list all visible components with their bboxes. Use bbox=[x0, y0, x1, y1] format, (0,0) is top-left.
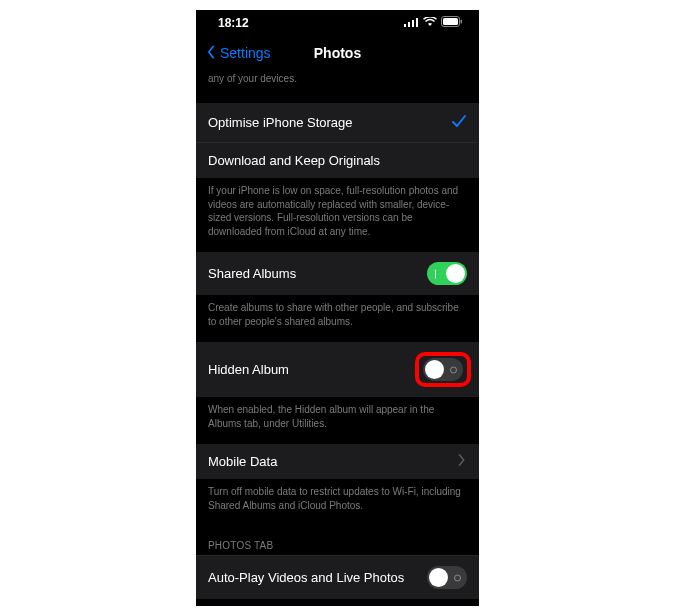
mobile-data-group: Mobile Data Turn off mobile data to rest… bbox=[196, 444, 479, 516]
svg-rect-2 bbox=[412, 20, 414, 27]
hidden-album-row[interactable]: Hidden Album bbox=[196, 342, 479, 397]
settings-content[interactable]: any of your devices. Optimise iPhone Sto… bbox=[196, 70, 479, 606]
shared-albums-toggle[interactable] bbox=[427, 262, 467, 285]
section-footer: If your iPhone is low on space, full-res… bbox=[196, 178, 479, 242]
section-footer: Create albums to share with other people… bbox=[196, 295, 479, 332]
svg-rect-0 bbox=[404, 24, 406, 27]
row-label: Auto-Play Videos and Live Photos bbox=[208, 570, 427, 585]
screen: 18:12 Settings Photos any of your device… bbox=[196, 10, 479, 606]
hidden-album-toggle[interactable] bbox=[423, 358, 463, 381]
storage-group: Optimise iPhone Storage Download and Kee… bbox=[196, 103, 479, 242]
autoplay-row[interactable]: Auto-Play Videos and Live Photos bbox=[196, 555, 479, 599]
truncated-section-footer: any of your devices. bbox=[196, 70, 479, 93]
optimise-storage-row[interactable]: Optimise iPhone Storage bbox=[196, 103, 479, 142]
svg-rect-1 bbox=[408, 22, 410, 27]
svg-rect-3 bbox=[416, 18, 418, 27]
status-bar: 18:12 bbox=[196, 10, 479, 36]
shared-albums-row[interactable]: Shared Albums bbox=[196, 252, 479, 295]
section-footer: When enabled, the Hidden album will appe… bbox=[196, 397, 479, 434]
nav-bar: Settings Photos bbox=[196, 36, 479, 70]
row-label: Download and Keep Originals bbox=[208, 153, 467, 168]
download-originals-row[interactable]: Download and Keep Originals bbox=[196, 142, 479, 178]
shared-albums-group: Shared Albums Create albums to share wit… bbox=[196, 252, 479, 332]
section-footer: Turn off mobile data to restrict updates… bbox=[196, 479, 479, 516]
photos-tab-group: PHOTOS TAB Auto-Play Videos and Live Pho… bbox=[196, 526, 479, 599]
hidden-album-group: Hidden Album When enabled, the Hidden al… bbox=[196, 342, 479, 434]
row-label: Mobile Data bbox=[208, 454, 457, 469]
svg-rect-6 bbox=[461, 20, 463, 24]
annotation-highlight bbox=[415, 352, 471, 387]
chevron-left-icon bbox=[204, 45, 218, 62]
row-label: Optimise iPhone Storage bbox=[208, 115, 451, 130]
back-button[interactable]: Settings bbox=[204, 45, 271, 62]
status-indicators bbox=[404, 16, 463, 30]
autoplay-toggle[interactable] bbox=[427, 566, 467, 589]
checkmark-icon bbox=[451, 113, 467, 132]
section-header: PHOTOS TAB bbox=[196, 526, 479, 555]
chevron-right-icon bbox=[457, 454, 467, 469]
row-label: Shared Albums bbox=[208, 266, 427, 281]
row-label: Hidden Album bbox=[208, 362, 415, 377]
svg-rect-5 bbox=[443, 18, 458, 25]
back-label: Settings bbox=[220, 45, 271, 61]
cellular-icon bbox=[404, 16, 419, 30]
battery-icon bbox=[441, 16, 463, 30]
status-time: 18:12 bbox=[218, 16, 249, 30]
wifi-icon bbox=[423, 16, 437, 30]
mobile-data-row[interactable]: Mobile Data bbox=[196, 444, 479, 479]
